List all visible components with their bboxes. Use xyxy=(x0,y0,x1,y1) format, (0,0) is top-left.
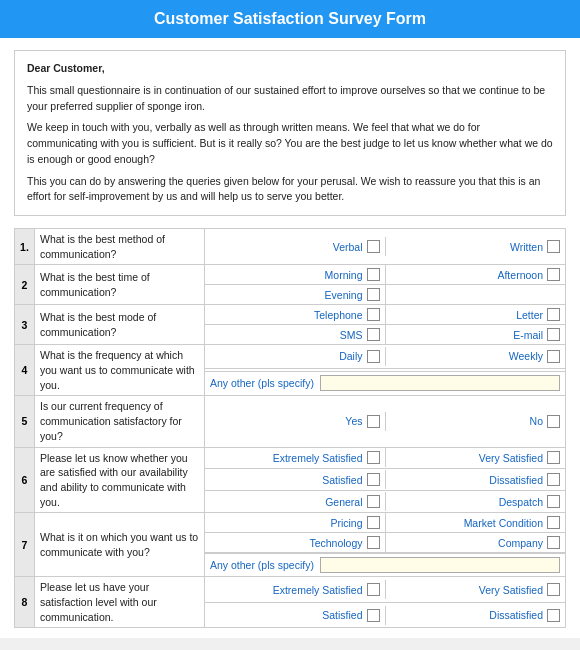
question-num-2: 2 xyxy=(15,265,35,305)
checkbox-7-2-2[interactable] xyxy=(547,536,560,549)
option-item-8-2-1: Satisfied xyxy=(205,606,386,625)
checkbox-8-2-1[interactable] xyxy=(367,609,380,622)
checkbox-6-3-1[interactable] xyxy=(367,495,380,508)
option-item-6-3-1: General xyxy=(205,492,386,511)
option-label-6-2-2: Dissatisfied xyxy=(391,474,548,486)
option-row-8-1: Extremely SatisfiedVery Satisfied xyxy=(205,580,565,599)
option-item-7-1-2: Market Condition xyxy=(386,513,566,532)
checkbox-7-2-1[interactable] xyxy=(367,536,380,549)
option-row-5-1: YesNo xyxy=(205,412,565,431)
option-row-2-2: Evening xyxy=(205,285,565,304)
question-text-3: What is the best mode of communication? xyxy=(35,305,205,345)
option-item-3-2-1: SMS xyxy=(205,325,386,344)
checkbox-3-2-1[interactable] xyxy=(367,328,380,341)
checkbox-5-1-2[interactable] xyxy=(547,415,560,428)
option-label-6-1-1: Extremely Satisfied xyxy=(210,452,367,464)
option-label-6-3-2: Despatch xyxy=(391,496,548,508)
option-item-3-1-2: Letter xyxy=(386,305,566,324)
checkbox-6-1-2[interactable] xyxy=(547,451,560,464)
question-num-6: 6 xyxy=(15,447,35,513)
specify-input-4[interactable] xyxy=(320,375,560,391)
question-options-8-row-2: SatisfiedDissatisfied xyxy=(205,602,566,628)
option-label-7-1-1: Pricing xyxy=(210,517,367,529)
checkbox-8-1-2[interactable] xyxy=(547,583,560,596)
question-text-6: Please let us know whether you are satis… xyxy=(35,447,205,513)
question-text-2: What is the best time of communication? xyxy=(35,265,205,305)
question-options-8-row-1: Extremely SatisfiedVery Satisfied xyxy=(205,577,566,603)
option-label-3-1-1: Telephone xyxy=(210,309,367,321)
specify-row-4: Any other (pls specify) xyxy=(205,371,565,394)
checkbox-4-1-2[interactable] xyxy=(547,350,560,363)
option-item-3-2-2: E-mail xyxy=(386,325,566,344)
checkbox-7-1-1[interactable] xyxy=(367,516,380,529)
question-num-5: 5 xyxy=(15,396,35,447)
question-options-6-row-3: GeneralDespatch xyxy=(205,491,566,513)
option-row-6-2: SatisfiedDissatisfied xyxy=(205,470,565,489)
option-item-1-1-1: Verbal xyxy=(205,237,386,256)
question-options-2-row-1: MorningAfternoon xyxy=(205,265,566,285)
option-label-8-2-1: Satisfied xyxy=(210,609,367,621)
option-label-3-2-2: E-mail xyxy=(391,329,548,341)
question-options-7-row-3: Any other (pls specify) xyxy=(205,553,566,577)
question-text-7: What is it on which you want us to commu… xyxy=(35,513,205,577)
option-label-8-1-2: Very Satisfied xyxy=(391,584,548,596)
option-label-7-1-2: Market Condition xyxy=(391,517,548,529)
option-row-3-2: SMSE-mail xyxy=(205,325,565,344)
question-options-3-row-1: TelephoneLetter xyxy=(205,305,566,325)
option-row-6-3: GeneralDespatch xyxy=(205,492,565,511)
checkbox-3-1-2[interactable] xyxy=(547,308,560,321)
option-row-2-1: MorningAfternoon xyxy=(205,265,565,284)
option-label-2-1-2: Afternoon xyxy=(391,269,548,281)
checkbox-6-3-2[interactable] xyxy=(547,495,560,508)
checkbox-3-2-2[interactable] xyxy=(547,328,560,341)
option-label-5-1-2: No xyxy=(391,415,548,427)
option-label-7-2-2: Company xyxy=(391,537,548,549)
option-label-2-2-1: Evening xyxy=(210,289,367,301)
question-options-4-row-2: Any other (pls specify) xyxy=(205,368,566,396)
option-item-7-2-2: Company xyxy=(386,533,566,552)
option-row-6-1: Extremely SatisfiedVery Satisfied xyxy=(205,448,565,467)
option-item-7-1-1: Pricing xyxy=(205,513,386,532)
option-label-6-3-1: General xyxy=(210,496,367,508)
option-item-5-1-1: Yes xyxy=(205,412,386,431)
question-options-6-row-1: Extremely SatisfiedVery Satisfied xyxy=(205,447,566,469)
checkbox-5-1-1[interactable] xyxy=(367,415,380,428)
page-title: Customer Satisfaction Survey Form xyxy=(0,0,580,38)
page: Customer Satisfaction Survey Form Dear C… xyxy=(0,0,580,638)
question-options-6-row-2: SatisfiedDissatisfied xyxy=(205,469,566,491)
option-item-6-2-2: Dissatisfied xyxy=(386,470,566,489)
checkbox-3-1-1[interactable] xyxy=(367,308,380,321)
checkbox-6-1-1[interactable] xyxy=(367,451,380,464)
intro-para3: This you can do by answering the queries… xyxy=(27,174,553,206)
option-label-7-2-1: Technology xyxy=(210,537,367,549)
option-item-1-1-2: Written xyxy=(386,237,566,256)
greeting: Dear Customer, xyxy=(27,62,105,74)
checkbox-2-1-1[interactable] xyxy=(367,268,380,281)
option-item-7-2-1: Technology xyxy=(205,533,386,552)
option-label-6-2-1: Satisfied xyxy=(210,474,367,486)
checkbox-6-2-1[interactable] xyxy=(367,473,380,486)
option-item-6-1-2: Very Satisfied xyxy=(386,448,566,467)
question-num-4: 4 xyxy=(15,345,35,396)
checkbox-2-1-2[interactable] xyxy=(547,268,560,281)
checkbox-1-1-1[interactable] xyxy=(367,240,380,253)
option-item-2-2-2 xyxy=(386,292,566,298)
checkbox-1-1-2[interactable] xyxy=(547,240,560,253)
option-row-1-1: VerbalWritten xyxy=(205,237,565,256)
checkbox-6-2-2[interactable] xyxy=(547,473,560,486)
survey-table: 1.What is the best method of communicati… xyxy=(14,228,566,628)
checkbox-2-2-1[interactable] xyxy=(367,288,380,301)
checkbox-8-1-1[interactable] xyxy=(367,583,380,596)
specify-input-7[interactable] xyxy=(320,557,560,573)
specify-label-4: Any other (pls specify) xyxy=(210,377,314,389)
option-label-4-1-2: Weekly xyxy=(391,350,548,362)
option-item-6-2-1: Satisfied xyxy=(205,470,386,489)
option-item-2-2-1: Evening xyxy=(205,285,386,304)
option-label-8-2-2: Dissatisfied xyxy=(391,609,548,621)
option-row-7-2: TechnologyCompany xyxy=(205,533,565,552)
checkbox-7-1-2[interactable] xyxy=(547,516,560,529)
checkbox-4-1-1[interactable] xyxy=(367,350,380,363)
question-options-2-row-2: Evening xyxy=(205,285,566,305)
question-options-1-row-1: VerbalWritten xyxy=(205,229,566,265)
checkbox-8-2-2[interactable] xyxy=(547,609,560,622)
